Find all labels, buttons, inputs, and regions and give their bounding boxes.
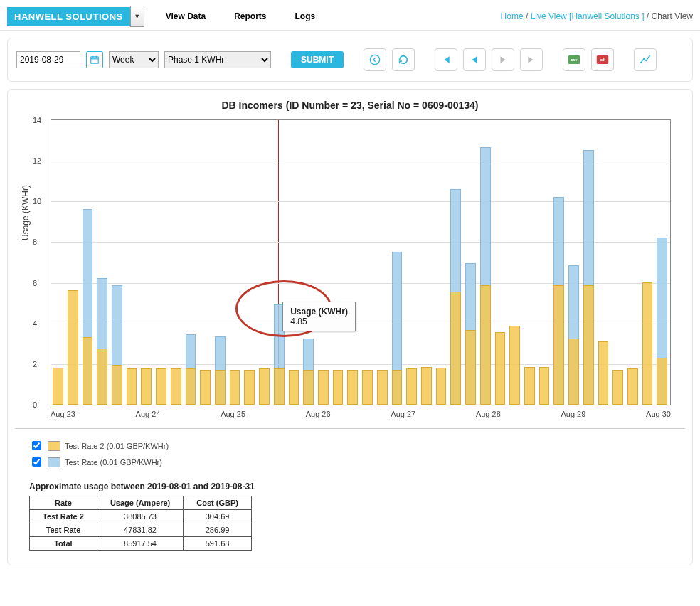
nav-reports[interactable]: Reports bbox=[234, 11, 266, 21]
bar-orange[interactable] bbox=[97, 349, 107, 405]
back-arrow-icon[interactable] bbox=[364, 48, 386, 71]
usage-summary-title: Approximate usage between 2019-08-01 and… bbox=[29, 482, 685, 491]
table-row: Test Rate 238085.73304.69 bbox=[30, 510, 252, 523]
bar-orange[interactable] bbox=[289, 370, 299, 405]
svg-point-10 bbox=[643, 58, 645, 60]
bar-orange[interactable] bbox=[450, 292, 461, 405]
svg-text:pdf: pdf bbox=[600, 58, 605, 62]
brand-button[interactable]: HANWELL SOLUTIONS bbox=[7, 7, 130, 26]
bar-orange[interactable] bbox=[436, 368, 447, 405]
brand-dropdown-toggle[interactable]: ▼ bbox=[130, 6, 144, 27]
nav-logs[interactable]: Logs bbox=[295, 11, 316, 21]
calendar-icon[interactable] bbox=[86, 51, 103, 68]
tooltip-value: 4.85 bbox=[290, 317, 307, 326]
x-tick: Aug 27 bbox=[391, 410, 415, 418]
submit-button[interactable]: SUBMIT bbox=[291, 51, 344, 68]
svg-point-4 bbox=[370, 55, 379, 64]
bar-orange[interactable] bbox=[112, 365, 122, 405]
x-tick: Aug 25 bbox=[221, 410, 245, 418]
x-tick: Aug 23 bbox=[51, 410, 75, 418]
chart-tooltip: Usage (KWHr) 4.85 bbox=[282, 302, 356, 331]
period-select[interactable]: DayWeekMonth bbox=[109, 51, 159, 68]
crumb-live-view[interactable]: Live View [Hanwell Solutions ] bbox=[531, 11, 645, 21]
breadcrumb: Home / Live View [Hanwell Solutions ] / … bbox=[501, 11, 693, 21]
bar-orange[interactable] bbox=[215, 370, 226, 405]
refresh-icon[interactable] bbox=[392, 48, 415, 71]
x-tick: Aug 30 bbox=[646, 410, 671, 418]
play-forward-icon[interactable] bbox=[492, 48, 514, 71]
x-tick: Aug 28 bbox=[476, 410, 501, 418]
bar-orange[interactable] bbox=[421, 367, 432, 405]
chart-type-icon[interactable] bbox=[634, 48, 657, 71]
bar-orange[interactable] bbox=[539, 367, 550, 405]
legend-item-test-rate: Test Rate (0.01 GBP/KWHr) bbox=[29, 455, 685, 469]
legend-swatch-orange bbox=[48, 441, 60, 451]
x-axis: Aug 23Aug 24Aug 25Aug 26Aug 27Aug 28Aug … bbox=[51, 410, 671, 418]
bar-orange[interactable] bbox=[612, 370, 623, 405]
bar-orange[interactable] bbox=[318, 370, 329, 405]
tooltip-label: Usage (KWHr) bbox=[290, 307, 348, 317]
crumb-chart-view: Chart View bbox=[652, 11, 693, 21]
bar-orange[interactable] bbox=[642, 282, 653, 405]
table-row: Test Rate47831.82286.99 bbox=[30, 523, 252, 537]
bar-orange[interactable] bbox=[465, 330, 476, 405]
bar-orange[interactable] bbox=[598, 341, 609, 405]
bar-orange[interactable] bbox=[244, 370, 255, 405]
bar-orange[interactable] bbox=[274, 368, 285, 405]
skip-forward-icon[interactable] bbox=[520, 48, 543, 71]
bar-orange[interactable] bbox=[480, 285, 491, 405]
phase-select[interactable]: Phase 1 KWHrPhase 2 KWHrPhase 3 KWHr bbox=[164, 51, 271, 68]
bar-orange[interactable] bbox=[259, 368, 270, 405]
export-pdf-icon[interactable]: pdf bbox=[591, 48, 614, 71]
legend-swatch-blue bbox=[48, 457, 60, 467]
x-tick: Aug 26 bbox=[306, 410, 331, 418]
toolbar-panel: DayWeekMonth Phase 1 KWHrPhase 2 KWHrPha… bbox=[7, 38, 693, 82]
date-input[interactable] bbox=[16, 51, 80, 68]
export-csv-icon[interactable]: csv bbox=[563, 48, 585, 71]
skip-back-icon[interactable] bbox=[435, 48, 457, 71]
bar-orange[interactable] bbox=[186, 368, 196, 405]
bar-orange[interactable] bbox=[141, 368, 152, 405]
bar-orange[interactable] bbox=[347, 370, 358, 405]
nav-view-data[interactable]: View Data bbox=[166, 11, 206, 21]
bar-orange[interactable] bbox=[230, 370, 240, 405]
legend-label-2: Test Rate (0.01 GBP/KWHr) bbox=[65, 458, 162, 467]
legend-checkbox-2[interactable] bbox=[32, 457, 41, 467]
bar-orange[interactable] bbox=[524, 367, 535, 405]
bar-orange[interactable] bbox=[68, 290, 78, 405]
bar-orange[interactable] bbox=[377, 370, 388, 405]
bar-orange[interactable] bbox=[362, 370, 373, 405]
svg-point-11 bbox=[645, 60, 647, 61]
legend-item-test-rate-2: Test Rate 2 (0.01 GBP/KWHr) bbox=[29, 439, 685, 452]
table-header: Cost (GBP) bbox=[184, 496, 252, 510]
bar-orange[interactable] bbox=[583, 285, 594, 405]
chart-plot: Usage (KWHr) Usage (KWHr) 4.85 024681012… bbox=[51, 119, 671, 418]
table-header: Rate bbox=[30, 496, 97, 510]
table-header: Usage (Ampere) bbox=[97, 496, 183, 510]
chart-title: DB Incomers (ID Number = 23, Serial No =… bbox=[15, 100, 685, 111]
bar-orange[interactable] bbox=[495, 332, 506, 405]
bar-orange[interactable] bbox=[553, 285, 564, 405]
chart-grid[interactable]: Usage (KWHr) 4.85 02468101214 bbox=[51, 119, 671, 405]
svg-rect-0 bbox=[91, 57, 99, 63]
bar-orange[interactable] bbox=[156, 368, 166, 405]
svg-point-12 bbox=[649, 55, 650, 57]
play-back-icon[interactable] bbox=[463, 48, 486, 71]
bar-orange[interactable] bbox=[657, 358, 667, 405]
bar-orange[interactable] bbox=[171, 368, 181, 405]
bar-orange[interactable] bbox=[83, 337, 93, 405]
bar-orange[interactable] bbox=[568, 339, 579, 405]
legend-checkbox-1[interactable] bbox=[32, 441, 41, 450]
top-navbar: HANWELL SOLUTIONS ▼ View Data Reports Lo… bbox=[0, 0, 700, 31]
bar-orange[interactable] bbox=[303, 370, 314, 405]
bar-orange[interactable] bbox=[53, 368, 63, 405]
bar-orange[interactable] bbox=[392, 370, 403, 405]
bar-orange[interactable] bbox=[509, 326, 520, 405]
bar-orange[interactable] bbox=[627, 368, 638, 405]
bar-orange[interactable] bbox=[200, 370, 211, 405]
crumb-home[interactable]: Home bbox=[501, 11, 524, 21]
bar-orange[interactable] bbox=[333, 370, 344, 405]
bar-orange[interactable] bbox=[406, 368, 417, 405]
bar-orange[interactable] bbox=[127, 368, 137, 405]
y-axis-label: Usage (KWHr) bbox=[21, 185, 31, 240]
